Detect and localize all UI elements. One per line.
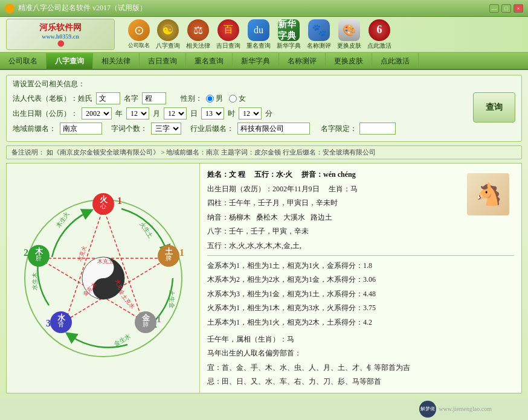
svg-text:肝: 肝 (36, 255, 42, 261)
birthdate-label: 出生日期（公历）： (13, 109, 78, 119)
note-text: 如《南京皮尔金顿安全玻璃有限公司》 > 地域前缀名：南京 主题字词：皮尔金顿 行… (47, 148, 376, 156)
region-input[interactable] (60, 122, 102, 135)
logo: 河乐软件网 www.h0359.cn ⬤ (6, 19, 115, 50)
svg-text:火生土: 火生土 (138, 221, 154, 240)
form-section: 请设置公司相关信息： 法人代表（老板）：姓氏 名字 性别： 男 (6, 75, 522, 142)
note-bar: 备注说明： 如《南京皮尔金顿安全玻璃有限公司》 > 地域前缀名：南京 主题字词：… (6, 145, 522, 159)
svg-text:1: 1 (117, 196, 122, 206)
horse-ji2: 忌：田、日、又、水、车、右、力、刀、髟、马等部首 (207, 375, 514, 389)
gender-label: 性别： (181, 94, 202, 104)
toolbar-pf[interactable]: 🎨 更换皮肤 (336, 18, 362, 51)
logo-url: www.h0359.cn (39, 33, 82, 40)
toolbar-mingcheng[interactable]: 🐾 名称测评 (306, 18, 332, 51)
toolbar-bazi[interactable]: ☯ 八字查询 (155, 18, 181, 51)
logo-bar: 河乐软件网 www.h0359.cn ⬤ ⊙ 公司取名 ☯ 八字查询 ⚖ 相关法… (0, 17, 528, 53)
result-text: 🐴 姓名：文 程 五行：水·火 拼音：wén chéng 出生日期（农历）：20… (200, 164, 521, 393)
divider1 (207, 255, 514, 256)
wuxing-relations: 五行相生：金生水，水生木，木生火，火生土，土生金 五行相克：金克木，木克土，土克… (207, 392, 514, 393)
wuxing-line: 五行：水,火,水,水,木,木,金,土, (207, 240, 514, 253)
zodiac-image: 🐴 (467, 173, 509, 215)
main-content: 请设置公司相关信息： 法人代表（老板）：姓氏 名字 性别： 男 (0, 70, 528, 398)
score-line-5: 土系本为1，相生为1火，相克为2木，土系得分：4.2 (207, 316, 514, 329)
nav-xinhua[interactable]: 新华字典 (233, 53, 279, 69)
svg-text:土生金: 土生金 (169, 290, 175, 308)
svg-text:3: 3 (46, 318, 51, 328)
name-limit-group: 名字限定： (321, 122, 396, 135)
horse-ji: 宜：首、金、手、木、水、虫、人、月、土、才、钅等部首为吉 (207, 361, 514, 375)
svg-text:水生木: 水生木 (31, 272, 38, 290)
nav-jihuo[interactable]: 点此激活 (372, 53, 419, 69)
form-fields: 法人代表（老板）：姓氏 名字 性别： 男 女 (13, 92, 468, 138)
svg-text:脾: 脾 (166, 255, 172, 261)
gender-female[interactable]: 女 (229, 94, 246, 104)
five-elements-svg: 火 心 1 土 脾 1 金 肺 1 水 肾 (16, 191, 191, 366)
nav-gongsi[interactable]: 公司取名 (0, 53, 47, 69)
close-button[interactable]: × (514, 4, 523, 13)
form-section-title: 请设置公司相关信息： (13, 79, 515, 89)
svg-point-8 (100, 285, 107, 293)
app-icon (5, 4, 14, 13)
nav-bazi[interactable]: 八字查询 (47, 53, 93, 69)
horse-note1: 马年出生的人取名偏旁部首： (207, 347, 514, 360)
birth-month-select[interactable]: 12 (126, 107, 149, 119)
nav-pf[interactable]: 名称测评 (279, 53, 326, 69)
form-with-btn: 法人代表（老板）：姓氏 名字 性别： 男 女 (13, 92, 515, 138)
title-bar: 精准八字公司起名软件 v2017（试用版） — □ × (0, 0, 528, 17)
namelimit-input[interactable] (359, 122, 396, 135)
name-input[interactable] (142, 92, 166, 104)
form-row-name: 法人代表（老板）：姓氏 名字 性别： 男 女 (13, 92, 468, 104)
nav-jiri[interactable]: 吉日查询 (140, 53, 186, 69)
namelimit-label: 名字限定： (321, 124, 357, 134)
day-label: 日 (190, 109, 198, 119)
score-line-2: 木系本为2，相生为2水，相克为1金，木系得分：3.06 (207, 273, 514, 287)
result-header: 🐴 姓名：文 程 五行：水·火 拼音：wén chéng 出生日期（农历）：20… (207, 168, 514, 253)
gender-male-radio[interactable] (206, 95, 214, 103)
charcount-label: 字词个数： (111, 124, 147, 134)
surname-input[interactable] (96, 92, 120, 104)
toolbar-jiri[interactable]: 百 吉日查询 (215, 18, 242, 51)
birth-year-select[interactable]: 2002 2003 (82, 107, 112, 119)
month-label: 月 (153, 109, 160, 119)
query-button[interactable]: 查询 (473, 92, 515, 122)
svg-text:1: 1 (179, 247, 184, 258)
form-row-birth: 出生日期（公历）： 2002 2003 年 12 月 12 日 1 (13, 107, 468, 119)
toolbar-chongming[interactable]: du 重名查询 (245, 18, 272, 51)
svg-text:肾: 肾 (58, 321, 64, 328)
birth-day-select[interactable]: 12 (164, 107, 187, 119)
birth-hour-select[interactable]: 13 (201, 107, 224, 119)
svg-text:肺: 肺 (143, 321, 149, 328)
score-line-4: 火系本为1，相生为1木，相克为3水，火系得分：3.75 (207, 302, 514, 315)
year-label: 年 (115, 109, 123, 119)
score-line-1: 金系本为1，相生为1土，相克为1火，金系得分：1.8 (207, 259, 514, 273)
svg-text:心: 心 (100, 203, 106, 209)
nav-skin[interactable]: 更换皮肤 (326, 53, 372, 69)
toolbar-baidu[interactable]: ⊙ 公司取名 (127, 18, 151, 51)
minute-label: 分 (265, 109, 272, 119)
maximize-button[interactable]: □ (501, 4, 511, 13)
nav-chongming[interactable]: 重名查询 (186, 53, 233, 69)
industry-label: 行业后缀名： (190, 124, 234, 134)
nav-law[interactable]: 相关法律 (93, 53, 140, 69)
toolbar-jihuo[interactable]: 6 点此激活 (366, 18, 393, 51)
score-line-3: 水系本为3，相生为1金，相克为1土，水系得分：4.48 (207, 288, 514, 301)
scores-section: 金系本为1，相生为1土，相克为1火，金系得分：1.8 木系本为2，相生为2水，相… (207, 259, 514, 329)
svg-text:1: 1 (156, 314, 161, 324)
minimize-button[interactable]: — (489, 4, 499, 13)
toolbar-xinhua[interactable]: 新华字典 新华字典 (275, 18, 302, 51)
gender-male[interactable]: 男 (206, 94, 223, 104)
hour-label: 时 (228, 109, 235, 119)
svg-point-7 (100, 264, 107, 271)
svg-text:2: 2 (24, 247, 28, 258)
logo-site: 河乐软件网 www.h0359.cn ⬤ (39, 22, 82, 46)
gender-female-radio[interactable] (229, 95, 237, 103)
svg-text:土克水: 土克水 (120, 293, 135, 310)
charcount-select[interactable]: 二字 三字 四字 五字 (151, 122, 181, 135)
industry-input[interactable] (237, 122, 310, 135)
legal-rep-label: 法人代表（老板）：姓氏 (13, 94, 92, 104)
diagram-area: 火 心 1 土 脾 1 金 肺 1 水 肾 (7, 164, 200, 393)
toolbar-law[interactable]: ⚖ 相关法律 (185, 18, 211, 51)
birth-minute-select[interactable]: 12 (239, 107, 262, 119)
region-label: 地域前缀名： (13, 124, 56, 134)
result-area: 火 心 1 土 脾 1 金 肺 1 水 肾 (6, 163, 522, 393)
note-label: 备注说明： (11, 148, 45, 156)
